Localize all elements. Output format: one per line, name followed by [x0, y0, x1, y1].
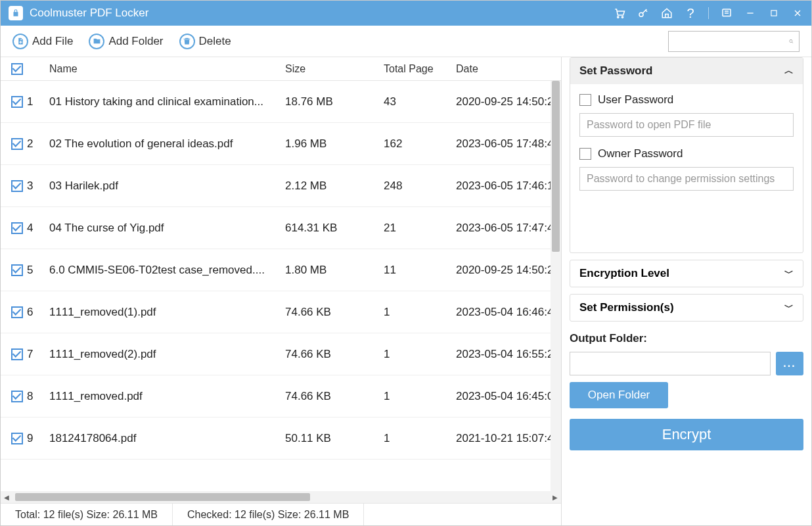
- user-password-input[interactable]: [579, 113, 794, 137]
- row-index: 7: [27, 348, 35, 361]
- file-size: 1.96 MB: [285, 137, 384, 151]
- row-checkbox[interactable]: [11, 348, 23, 360]
- file-pages: 162: [384, 137, 456, 151]
- add-folder-button[interactable]: Add Folder: [89, 34, 163, 49]
- file-name: 02 The evolution of general ideas.pdf: [43, 137, 285, 151]
- table-row[interactable]: 3 03 Harilek.pdf 2.12 MB 248 2023-06-05 …: [1, 165, 561, 207]
- file-name: 18124178064.pdf: [43, 432, 285, 445]
- delete-icon: [179, 34, 195, 49]
- close-button[interactable]: [792, 7, 803, 19]
- col-size[interactable]: Size: [285, 63, 384, 75]
- encryption-level-section[interactable]: Encryption Level ﹀: [570, 260, 803, 287]
- chevron-down-icon: ﹀: [784, 268, 794, 279]
- search-input[interactable]: [674, 36, 789, 47]
- owner-password-checkbox[interactable]: [579, 148, 591, 160]
- add-file-button[interactable]: Add File: [12, 34, 73, 49]
- user-password-checkbox[interactable]: [579, 94, 591, 106]
- file-date: 2023-06-05 17:48:4: [456, 137, 561, 151]
- encryption-level-label: Encryption Level: [579, 267, 669, 280]
- file-name: 01 History taking and clinical examinati…: [43, 95, 285, 108]
- svg-rect-4: [771, 11, 777, 16]
- key-icon[interactable]: [637, 7, 649, 19]
- set-permissions-section[interactable]: Set Permission(s) ﹀: [570, 294, 803, 322]
- row-checkbox[interactable]: [11, 138, 23, 150]
- search-box[interactable]: [668, 31, 800, 52]
- file-pages: 1: [384, 306, 456, 319]
- row-index: 1: [27, 95, 35, 108]
- row-checkbox[interactable]: [11, 391, 23, 402]
- row-index: 3: [27, 179, 35, 193]
- horizontal-scrollbar[interactable]: ◀ ▶: [1, 491, 561, 503]
- delete-button[interactable]: Delete: [179, 34, 231, 49]
- browse-button[interactable]: ...: [776, 352, 803, 375]
- row-checkbox[interactable]: [11, 433, 23, 444]
- file-size: 74.66 KB: [285, 306, 384, 319]
- row-index: 6: [27, 306, 35, 319]
- maximize-button[interactable]: [768, 7, 780, 19]
- file-pages: 1: [384, 432, 456, 445]
- file-pages: 21: [384, 222, 456, 235]
- file-name: 03 Harilek.pdf: [43, 179, 285, 193]
- table-row[interactable]: 8 1111_removed.pdf 74.66 KB 1 2023-05-04…: [1, 375, 561, 418]
- column-headers: Name Size Total Page Date: [1, 57, 561, 81]
- row-checkbox[interactable]: [11, 306, 23, 318]
- file-size: 2.12 MB: [285, 179, 384, 193]
- file-name: 1111_removed(2).pdf: [43, 348, 285, 361]
- file-size: 74.66 KB: [285, 390, 384, 403]
- cart-icon[interactable]: [614, 7, 625, 19]
- file-list: Name Size Total Page Date 1 01 History t…: [1, 57, 562, 525]
- row-checkbox[interactable]: [11, 264, 23, 276]
- row-index: 2: [27, 137, 35, 151]
- set-permissions-label: Set Permission(s): [579, 301, 674, 314]
- add-folder-icon: [89, 34, 104, 49]
- file-date: 2023-05-04 16:46:4: [456, 306, 561, 319]
- file-size: 614.31 KB: [285, 222, 384, 235]
- table-row[interactable]: 6 1111_removed(1).pdf 74.66 KB 1 2023-05…: [1, 291, 561, 333]
- owner-password-input[interactable]: [579, 167, 794, 191]
- table-row[interactable]: 2 02 The evolution of general ideas.pdf …: [1, 123, 561, 165]
- file-name: 04 The curse of Yig.pdf: [43, 222, 285, 235]
- table-row[interactable]: 1 01 History taking and clinical examina…: [1, 81, 561, 123]
- col-name[interactable]: Name: [43, 63, 285, 75]
- file-pages: 11: [384, 264, 456, 277]
- feedback-icon[interactable]: [721, 7, 733, 19]
- row-index: 4: [27, 222, 35, 235]
- file-size: 74.66 KB: [285, 348, 384, 361]
- file-pages: 43: [384, 95, 456, 108]
- file-size: 50.11 KB: [285, 432, 384, 445]
- row-checkbox[interactable]: [11, 96, 23, 108]
- set-password-header[interactable]: Set Password ︿: [570, 58, 803, 84]
- encrypt-button[interactable]: Encrypt: [570, 419, 803, 450]
- table-row[interactable]: 5 6.0 CMMI5-SE06-T02test case_removed...…: [1, 249, 561, 291]
- app-logo-icon: [9, 6, 23, 20]
- minimize-button[interactable]: [744, 7, 756, 19]
- col-pages[interactable]: Total Page: [384, 63, 456, 75]
- status-bar: Total: 12 file(s) Size: 26.11 MB Checked…: [1, 503, 561, 525]
- row-checkbox[interactable]: [11, 222, 23, 234]
- row-checkbox[interactable]: [11, 180, 23, 192]
- file-name: 1111_removed.pdf: [43, 390, 285, 403]
- open-folder-button[interactable]: Open Folder: [570, 382, 668, 408]
- status-checked: Checked: 12 file(s) Size: 26.11 MB: [173, 504, 364, 525]
- file-name: 1111_removed(1).pdf: [43, 306, 285, 319]
- help-icon[interactable]: ?: [685, 7, 696, 19]
- scroll-thumb[interactable]: [552, 81, 560, 252]
- owner-password-label: Owner Password: [598, 147, 683, 160]
- table-row[interactable]: 7 1111_removed(2).pdf 74.66 KB 1 2023-05…: [1, 333, 561, 375]
- scroll-right-arrow[interactable]: ▶: [549, 494, 561, 501]
- home-icon[interactable]: [661, 7, 673, 19]
- file-date: 2020-09-25 14:50:2: [456, 264, 561, 277]
- file-size: 18.76 MB: [285, 95, 384, 108]
- svg-point-2: [639, 12, 643, 16]
- vertical-scrollbar[interactable]: [551, 81, 561, 491]
- output-folder-input[interactable]: [570, 352, 771, 375]
- table-row[interactable]: 9 18124178064.pdf 50.11 KB 1 2021-10-21 …: [1, 418, 561, 460]
- select-all-checkbox[interactable]: [11, 63, 23, 75]
- svg-point-0: [618, 16, 619, 18]
- hscroll-thumb[interactable]: [15, 493, 310, 501]
- side-panel: Set Password ︿ User Password Owner Passw…: [562, 57, 811, 525]
- chevron-down-icon: ﹀: [784, 302, 794, 314]
- table-row[interactable]: 4 04 The curse of Yig.pdf 614.31 KB 21 2…: [1, 207, 561, 249]
- scroll-left-arrow[interactable]: ◀: [1, 494, 12, 501]
- col-date[interactable]: Date: [456, 63, 561, 75]
